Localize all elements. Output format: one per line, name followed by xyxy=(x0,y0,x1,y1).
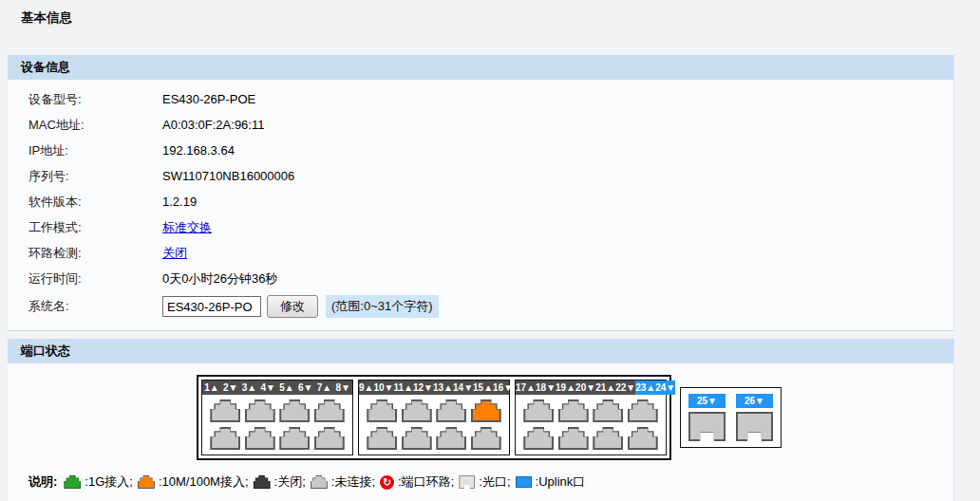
mac-address: A0:03:0F:2A:96:11 xyxy=(162,118,264,132)
port-status-body: 1▲2▼3▲4▼5▲6▼7▲8▼9▲10▼11▲12▼13▲14▼15▲16▼1… xyxy=(8,363,953,501)
port-group: 9▲10▼11▲12▼13▲14▼15▲16▼ xyxy=(358,380,510,455)
mac-address-label: MAC地址: xyxy=(8,117,162,134)
port-header-8: 8▼ xyxy=(333,380,352,395)
port-header-4: 4▼ xyxy=(258,380,277,395)
port-header-7: 7▲ xyxy=(315,380,334,395)
port-group-header: 17▲18▼19▲20▼21▲22▼23▲24▼ xyxy=(516,380,666,395)
info-row: 运行时间:0天0小时26分钟36秒 xyxy=(8,266,953,291)
port-header-13: 13▲ xyxy=(433,380,453,395)
port-header-14: 14▼ xyxy=(453,380,473,395)
legend-label: :未连接; xyxy=(331,473,375,491)
port-status-section: 端口状态 1▲2▼3▲4▼5▲6▼7▲8▼9▲10▼11▲12▼13▲14▼15… xyxy=(8,339,954,501)
port-header-19: 19▲ xyxy=(556,380,575,395)
port-header-10: 10▼ xyxy=(373,380,393,395)
port-2-icon xyxy=(210,427,240,450)
port-6-icon xyxy=(279,427,310,450)
port-grid xyxy=(202,395,352,455)
info-row: 工作模式:标准交换 xyxy=(8,214,953,240)
port-header-23: 23▲ xyxy=(635,380,655,395)
loop-detection-link[interactable]: 关闭 xyxy=(162,245,187,262)
ip-address-label: IP地址: xyxy=(8,142,162,159)
fiber-port-icon xyxy=(459,475,475,489)
port-header-2: 2▼ xyxy=(221,380,240,395)
legend-item: :光口; xyxy=(459,473,510,491)
port-header-24: 24▼ xyxy=(655,380,675,395)
port-9-icon xyxy=(367,399,397,422)
port-22-icon xyxy=(593,427,623,450)
port-21-icon xyxy=(593,399,623,422)
device-info-section: 设备信息 设备型号:ES430-26P-POEMAC地址:A0:03:0F:2A… xyxy=(8,55,954,331)
port-23-icon xyxy=(628,399,658,422)
software-version: 1.2.19 xyxy=(162,195,197,209)
work-mode-link[interactable]: 标准交换 xyxy=(162,219,212,236)
uptime: 0天0小时26分钟36秒 xyxy=(162,270,277,288)
info-row: IP地址:192.168.3.64 xyxy=(8,138,953,163)
device-model-label: 设备型号: xyxy=(8,91,162,108)
serial-number: SW110710NB16000006 xyxy=(162,169,294,183)
software-version-label: 软件版本: xyxy=(8,194,162,211)
port-header-26: 26▼ xyxy=(736,394,773,408)
work-mode-link-label: 工作模式: xyxy=(8,219,162,236)
port-19-icon xyxy=(558,399,589,422)
fiber-port-26: 26▼ xyxy=(736,394,773,441)
info-row: 软件版本:1.2.19 xyxy=(8,189,953,214)
device-info-rows: 设备型号:ES430-26P-POEMAC地址:A0:03:0F:2A:96:1… xyxy=(8,80,953,330)
port-disconnected-icon xyxy=(311,475,328,489)
system-name-input[interactable] xyxy=(162,296,261,317)
port-header-9: 9▲ xyxy=(359,380,373,395)
fiber-port-25: 25▼ xyxy=(688,394,726,441)
port-legend: 说明: :1G接入;:10M/100M接入;:关闭;:未连接;:端口环路;:光口… xyxy=(28,473,953,501)
port-7-icon xyxy=(314,399,345,422)
legend-label: :Uplink口 xyxy=(536,473,586,491)
legend-item: :未连接; xyxy=(311,473,375,491)
port-25-icon xyxy=(688,412,726,441)
device-info-header: 设备信息 xyxy=(8,55,953,80)
port-header-1: 1▲ xyxy=(202,380,221,395)
port-group-header: 1▲2▼3▲4▼5▲6▼7▲8▼ xyxy=(202,380,352,395)
fiber-ports-box: 25▼26▼ xyxy=(680,387,782,448)
legend-item: :1G接入; xyxy=(64,473,133,491)
port-grid xyxy=(359,395,509,455)
port-status-header: 端口状态 xyxy=(8,339,953,363)
port-20-icon xyxy=(558,427,589,450)
port-header-5: 5▲ xyxy=(277,380,296,395)
port-group: 17▲18▼19▲20▼21▲22▼23▲24▼ xyxy=(515,380,667,455)
info-row: 序列号:SW110710NB16000006 xyxy=(8,163,953,189)
port-header-3: 3▲ xyxy=(240,380,259,395)
port-header-11: 11▲ xyxy=(394,380,413,395)
port-header-15: 15▲ xyxy=(473,380,493,395)
page-title: 基本信息 xyxy=(21,9,980,27)
port-18-icon xyxy=(523,427,554,450)
legend-items: :1G接入;:10M/100M接入;:关闭;:未连接;:端口环路;:光口;:Up… xyxy=(64,473,585,491)
legend-item: :Uplink口 xyxy=(516,473,586,491)
modify-button[interactable]: 修改 xyxy=(267,295,318,318)
port-header-21: 21▲ xyxy=(595,380,615,395)
legend-item: :关闭; xyxy=(254,473,306,491)
port-14-icon xyxy=(436,427,466,450)
port-17-icon xyxy=(523,399,554,422)
port-10-icon xyxy=(367,427,397,450)
legend-label: :端口环路; xyxy=(398,473,454,491)
port-header-22: 22▼ xyxy=(615,380,635,395)
port-1g-icon xyxy=(64,475,81,489)
info-row: 设备型号:ES430-26P-POE xyxy=(8,86,953,112)
port-closed-icon xyxy=(254,475,271,489)
port-header-20: 20▼ xyxy=(575,380,595,395)
page: 基本信息 设备信息 设备型号:ES430-26P-POEMAC地址:A0:03:… xyxy=(0,9,980,501)
port-11-icon xyxy=(402,399,432,422)
port-grid xyxy=(516,395,666,455)
legend-item: :10M/100M接入; xyxy=(138,473,249,491)
port-header-12: 12▼ xyxy=(413,380,433,395)
port-100m-icon xyxy=(138,475,155,489)
port-group: 1▲2▼3▲4▼5▲6▼7▲8▼ xyxy=(201,380,353,455)
port-loop-icon xyxy=(380,475,394,490)
port-24-icon xyxy=(628,427,658,450)
ip-address: 192.168.3.64 xyxy=(162,143,235,158)
port-header-16: 16▼ xyxy=(493,380,513,395)
port-15-icon xyxy=(471,399,501,422)
legend-label: :光口; xyxy=(479,473,510,491)
uplink-port-icon xyxy=(516,476,532,488)
port-header-17: 17▲ xyxy=(516,380,536,395)
legend-label: :关闭; xyxy=(274,473,306,491)
device-model: ES430-26P-POE xyxy=(162,92,255,106)
